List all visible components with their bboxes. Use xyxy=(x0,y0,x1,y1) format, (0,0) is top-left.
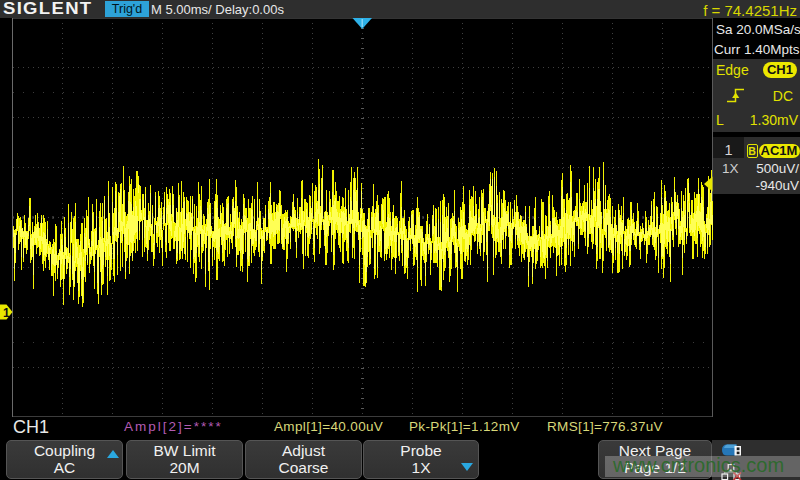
svg-text:1: 1 xyxy=(3,306,10,320)
